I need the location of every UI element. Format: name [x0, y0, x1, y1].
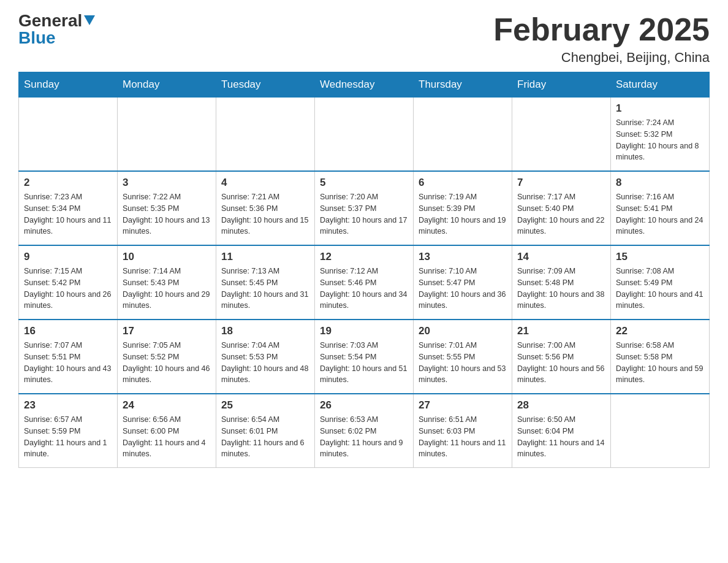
day-info: Sunrise: 6:58 AM Sunset: 5:58 PM Dayligh… [616, 340, 704, 386]
calendar-day-cell: 1Sunrise: 7:24 AM Sunset: 5:32 PM Daylig… [611, 98, 710, 172]
header-sunday: Sunday [19, 72, 118, 98]
calendar-table: Sunday Monday Tuesday Wednesday Thursday… [18, 72, 710, 468]
calendar-day-cell: 14Sunrise: 7:09 AM Sunset: 5:48 PM Dayli… [512, 245, 611, 320]
calendar-day-cell: 8Sunrise: 7:16 AM Sunset: 5:41 PM Daylig… [611, 171, 710, 245]
calendar-week-row: 16Sunrise: 7:07 AM Sunset: 5:51 PM Dayli… [19, 320, 710, 394]
calendar-day-cell: 4Sunrise: 7:21 AM Sunset: 5:36 PM Daylig… [216, 171, 315, 245]
calendar-day-cell: 7Sunrise: 7:17 AM Sunset: 5:40 PM Daylig… [512, 171, 611, 245]
calendar-day-cell: 24Sunrise: 6:56 AM Sunset: 6:00 PM Dayli… [118, 394, 216, 468]
day-info: Sunrise: 6:50 AM Sunset: 6:04 PM Dayligh… [517, 414, 605, 460]
day-number: 6 [419, 177, 507, 189]
calendar-day-cell: 27Sunrise: 6:51 AM Sunset: 6:03 PM Dayli… [414, 394, 512, 468]
day-number: 20 [419, 325, 507, 337]
day-number: 19 [320, 325, 408, 337]
day-info: Sunrise: 6:57 AM Sunset: 5:59 PM Dayligh… [24, 414, 112, 460]
calendar-day-cell: 23Sunrise: 6:57 AM Sunset: 5:59 PM Dayli… [19, 394, 118, 468]
day-info: Sunrise: 6:53 AM Sunset: 6:02 PM Dayligh… [320, 414, 408, 460]
day-info: Sunrise: 7:15 AM Sunset: 5:42 PM Dayligh… [24, 266, 112, 312]
calendar-day-cell: 5Sunrise: 7:20 AM Sunset: 5:37 PM Daylig… [315, 171, 414, 245]
calendar-day-cell: 15Sunrise: 7:08 AM Sunset: 5:49 PM Dayli… [611, 245, 710, 320]
calendar-day-cell: 28Sunrise: 6:50 AM Sunset: 6:04 PM Dayli… [512, 394, 611, 468]
calendar-day-cell [315, 98, 414, 172]
day-info: Sunrise: 7:23 AM Sunset: 5:34 PM Dayligh… [24, 191, 112, 237]
calendar-week-row: 2Sunrise: 7:23 AM Sunset: 5:34 PM Daylig… [19, 171, 710, 245]
location: Chengbei, Beijing, China [493, 50, 710, 66]
calendar-week-row: 1Sunrise: 7:24 AM Sunset: 5:32 PM Daylig… [19, 98, 710, 172]
day-info: Sunrise: 7:07 AM Sunset: 5:51 PM Dayligh… [24, 340, 112, 386]
day-number: 27 [419, 399, 507, 412]
logo: General Blue [18, 12, 95, 47]
day-info: Sunrise: 7:01 AM Sunset: 5:55 PM Dayligh… [419, 340, 507, 386]
day-info: Sunrise: 7:19 AM Sunset: 5:39 PM Dayligh… [419, 191, 507, 237]
day-number: 28 [517, 399, 605, 412]
day-info: Sunrise: 7:20 AM Sunset: 5:37 PM Dayligh… [320, 191, 408, 237]
header-thursday: Thursday [414, 72, 512, 98]
day-info: Sunrise: 6:51 AM Sunset: 6:03 PM Dayligh… [419, 414, 507, 460]
day-number: 10 [123, 251, 211, 263]
day-info: Sunrise: 7:12 AM Sunset: 5:46 PM Dayligh… [320, 266, 408, 312]
calendar-week-row: 9Sunrise: 7:15 AM Sunset: 5:42 PM Daylig… [19, 245, 710, 320]
day-info: Sunrise: 7:04 AM Sunset: 5:53 PM Dayligh… [221, 340, 309, 386]
calendar-day-cell [216, 98, 315, 172]
calendar-day-cell: 9Sunrise: 7:15 AM Sunset: 5:42 PM Daylig… [19, 245, 118, 320]
header-tuesday: Tuesday [216, 72, 315, 98]
day-number: 11 [221, 251, 309, 263]
day-info: Sunrise: 7:08 AM Sunset: 5:49 PM Dayligh… [616, 266, 704, 312]
calendar-day-cell: 2Sunrise: 7:23 AM Sunset: 5:34 PM Daylig… [19, 171, 118, 245]
logo-blue-text: Blue [18, 28, 56, 47]
calendar-day-cell: 6Sunrise: 7:19 AM Sunset: 5:39 PM Daylig… [414, 171, 512, 245]
logo-general-text: General [18, 12, 82, 29]
day-info: Sunrise: 7:24 AM Sunset: 5:32 PM Dayligh… [616, 117, 704, 163]
day-number: 12 [320, 251, 408, 263]
day-number: 4 [221, 177, 309, 189]
day-info: Sunrise: 7:16 AM Sunset: 5:41 PM Dayligh… [616, 191, 704, 237]
day-number: 1 [616, 102, 704, 115]
calendar-day-cell: 20Sunrise: 7:01 AM Sunset: 5:55 PM Dayli… [414, 320, 512, 394]
calendar-day-cell [611, 394, 710, 468]
page-header: General Blue February 2025 Chengbei, Bei… [18, 12, 710, 66]
calendar-day-cell: 18Sunrise: 7:04 AM Sunset: 5:53 PM Dayli… [216, 320, 315, 394]
header-friday: Friday [512, 72, 611, 98]
day-info: Sunrise: 7:13 AM Sunset: 5:45 PM Dayligh… [221, 266, 309, 312]
logo-arrow-icon [84, 15, 95, 27]
day-number: 8 [616, 177, 704, 189]
day-info: Sunrise: 7:05 AM Sunset: 5:52 PM Dayligh… [123, 340, 211, 386]
day-info: Sunrise: 7:22 AM Sunset: 5:35 PM Dayligh… [123, 191, 211, 237]
header-monday: Monday [118, 72, 216, 98]
calendar-day-cell: 26Sunrise: 6:53 AM Sunset: 6:02 PM Dayli… [315, 394, 414, 468]
calendar-day-cell: 22Sunrise: 6:58 AM Sunset: 5:58 PM Dayli… [611, 320, 710, 394]
day-number: 14 [517, 251, 605, 263]
calendar-day-cell: 12Sunrise: 7:12 AM Sunset: 5:46 PM Dayli… [315, 245, 414, 320]
day-info: Sunrise: 7:17 AM Sunset: 5:40 PM Dayligh… [517, 191, 605, 237]
calendar-day-cell: 10Sunrise: 7:14 AM Sunset: 5:43 PM Dayli… [118, 245, 216, 320]
day-number: 22 [616, 325, 704, 337]
day-info: Sunrise: 7:14 AM Sunset: 5:43 PM Dayligh… [123, 266, 211, 312]
day-info: Sunrise: 7:21 AM Sunset: 5:36 PM Dayligh… [221, 191, 309, 237]
month-title: February 2025 [493, 12, 710, 47]
calendar-day-cell: 19Sunrise: 7:03 AM Sunset: 5:54 PM Dayli… [315, 320, 414, 394]
day-number: 15 [616, 251, 704, 263]
day-number: 5 [320, 177, 408, 189]
svg-marker-0 [84, 15, 95, 25]
calendar-day-cell: 3Sunrise: 7:22 AM Sunset: 5:35 PM Daylig… [118, 171, 216, 245]
day-info: Sunrise: 7:10 AM Sunset: 5:47 PM Dayligh… [419, 266, 507, 312]
calendar-day-cell: 21Sunrise: 7:00 AM Sunset: 5:56 PM Dayli… [512, 320, 611, 394]
day-number: 13 [419, 251, 507, 263]
calendar-day-cell: 25Sunrise: 6:54 AM Sunset: 6:01 PM Dayli… [216, 394, 315, 468]
day-info: Sunrise: 7:09 AM Sunset: 5:48 PM Dayligh… [517, 266, 605, 312]
day-number: 7 [517, 177, 605, 189]
calendar-week-row: 23Sunrise: 6:57 AM Sunset: 5:59 PM Dayli… [19, 394, 710, 468]
calendar-day-cell: 11Sunrise: 7:13 AM Sunset: 5:45 PM Dayli… [216, 245, 315, 320]
title-area: February 2025 Chengbei, Beijing, China [493, 12, 710, 66]
calendar-day-cell: 16Sunrise: 7:07 AM Sunset: 5:51 PM Dayli… [19, 320, 118, 394]
day-number: 26 [320, 399, 408, 412]
day-info: Sunrise: 6:56 AM Sunset: 6:00 PM Dayligh… [123, 414, 211, 460]
day-info: Sunrise: 6:54 AM Sunset: 6:01 PM Dayligh… [221, 414, 309, 460]
calendar-day-cell [19, 98, 118, 172]
day-info: Sunrise: 7:03 AM Sunset: 5:54 PM Dayligh… [320, 340, 408, 386]
day-number: 9 [24, 251, 112, 263]
day-number: 18 [221, 325, 309, 337]
header-wednesday: Wednesday [315, 72, 414, 98]
day-number: 17 [123, 325, 211, 337]
calendar-day-cell [512, 98, 611, 172]
